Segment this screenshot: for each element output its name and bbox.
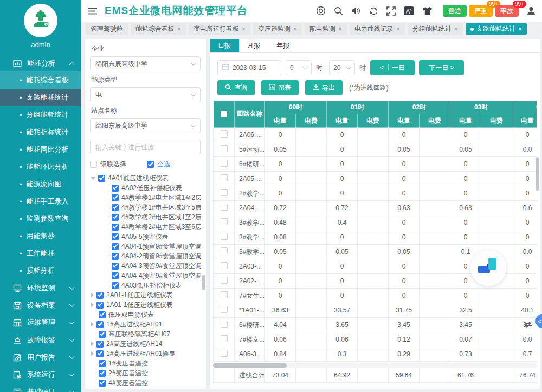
sidebar-item-6[interactable]: •能源流向图 (0, 175, 81, 193)
tree-node-checkbox[interactable] (96, 350, 104, 357)
tab-3[interactable]: 变压器监测× (253, 23, 302, 35)
sidebar-item-11[interactable]: •损耗分析 (0, 262, 81, 279)
tree-node-10[interactable]: 4A04-4预留9#食堂屋顶空调机组仪表 (90, 271, 201, 280)
tree-node-checkbox[interactable] (96, 292, 104, 299)
tab-0[interactable]: 管理驾驶舱 (86, 23, 128, 35)
header-checkbox[interactable] (221, 111, 227, 117)
sidebar-item-3[interactable]: •能耗折标统计 (0, 123, 81, 141)
caret-closed-icon[interactable] (91, 303, 94, 307)
sidebar-section-5[interactable]: 系统运行 (0, 366, 81, 383)
tab-7[interactable]: 支路能耗统计× (466, 23, 527, 35)
tree-node-checkbox[interactable] (112, 272, 119, 279)
tab-4[interactable]: 配电监测× (305, 23, 347, 35)
row-checkbox[interactable] (221, 291, 228, 298)
fullscreen-icon[interactable] (386, 6, 396, 16)
search-icon[interactable] (334, 6, 343, 16)
close-icon[interactable]: × (177, 25, 181, 33)
row-checkbox[interactable] (221, 160, 228, 167)
tree-node-checkbox[interactable] (98, 175, 105, 182)
tab-6[interactable]: 分组能耗统计× (408, 23, 463, 35)
volume-icon[interactable] (351, 6, 361, 15)
export-button[interactable]: 导出 (305, 80, 343, 95)
row-checkbox[interactable] (221, 262, 228, 269)
row-checkbox[interactable] (221, 247, 228, 254)
tree-node-11[interactable]: 4A03低压补偿柜仪表 (90, 280, 201, 290)
row-checkbox[interactable] (221, 350, 228, 357)
tree-node-checkbox[interactable] (99, 311, 106, 318)
hour-to-select[interactable]: 20 (329, 60, 355, 75)
select-all-header-cell[interactable] (214, 101, 235, 128)
report-tab-2[interactable]: 年报 (268, 39, 298, 52)
station-select[interactable]: 绵阳东辰高级中学 (90, 118, 201, 133)
report-tab-1[interactable]: 月报 (239, 39, 268, 52)
tree-node-12[interactable]: 2A01-1低压进线柜仪表 (90, 290, 201, 300)
chart-button[interactable]: 图表 (261, 80, 299, 95)
row-checkbox[interactable] (221, 174, 228, 181)
tree-node-checkbox[interactable] (96, 321, 104, 328)
tree-node-9[interactable]: 4A04-3预留9#食堂屋顶空调机组仪表 (90, 261, 201, 271)
resize-handle-icon[interactable]: ⇄ (525, 320, 531, 329)
caret-closed-icon[interactable] (91, 293, 94, 297)
theme-icon[interactable] (422, 6, 433, 16)
row-checkbox[interactable] (221, 233, 228, 240)
tree-scrollbar[interactable] (202, 275, 205, 290)
horizontal-scrollbar[interactable] (213, 363, 537, 368)
close-icon[interactable]: × (338, 25, 342, 33)
tree-node-3[interactable]: 4#教学楼1#电井区域3至5层动力仪表 (90, 202, 201, 212)
tree-node-5[interactable]: 4#教学楼2#电井区域3至6层动力仪表 (90, 222, 201, 232)
sidebar-item-5[interactable]: •能耗环比分析 (0, 158, 81, 175)
caret-closed-icon[interactable] (91, 351, 94, 356)
row-checkbox[interactable] (221, 145, 228, 152)
sidebar-item-0[interactable]: •能耗综合看板 (0, 71, 81, 89)
row-checkbox[interactable] (221, 189, 228, 196)
date-input[interactable]: 2023-03-15 (217, 60, 281, 75)
close-icon[interactable]: × (293, 25, 297, 33)
sidebar-item-10[interactable]: •工作能耗 (0, 245, 81, 262)
tree-node-19[interactable]: 1#变压器温控 (90, 358, 201, 368)
sidebar-section-2[interactable]: 运维管理 (0, 314, 81, 331)
tab-1[interactable]: 能耗综合看板× (131, 23, 186, 35)
hamburger-icon[interactable] (88, 8, 97, 15)
sidebar-item-7[interactable]: •能耗手工录入 (0, 193, 81, 210)
row-checkbox[interactable] (221, 306, 228, 313)
tree-node-15[interactable]: 1#高压进线柜AH01 (90, 319, 201, 329)
tab-5[interactable]: 电力曲线记录× (350, 23, 405, 35)
row-checkbox[interactable] (221, 130, 228, 138)
close-icon[interactable]: × (518, 25, 522, 33)
keyword-filter-input[interactable] (90, 140, 201, 154)
prev-day-button[interactable]: < 上一日 (370, 60, 415, 75)
tree-node-0[interactable]: 4A01低压进线柜仪表 (90, 173, 201, 183)
alarm-chip-1[interactable]: 严重99+ (469, 5, 493, 17)
energy-type-select[interactable]: 电 (90, 87, 201, 102)
sidebar-section-3[interactable]: 故障报警 (0, 331, 81, 349)
tree-node-13[interactable]: 1A01-1低压进线柜仪表 (90, 300, 201, 310)
sidebar-section-6[interactable]: 基础信息 (0, 383, 81, 392)
tree-node-1[interactable]: 4A02低压补偿柜仪表 (90, 183, 201, 193)
horizontal-scrollbar-thumb[interactable] (213, 363, 287, 368)
tree-node-17[interactable]: 2#高压进线柜AH14 (90, 339, 201, 349)
company-select[interactable]: 绵阳东辰高级中学 (90, 56, 201, 71)
tree-node-checkbox[interactable] (99, 370, 106, 377)
refresh-icon[interactable] (369, 6, 378, 16)
hour-from-select[interactable]: 0 (286, 60, 312, 75)
alarm-chip-0[interactable]: 普通 (443, 5, 467, 17)
user-icon[interactable] (527, 6, 535, 16)
row-checkbox[interactable] (221, 277, 228, 284)
tree-node-checkbox[interactable] (99, 331, 106, 338)
tree-node-4[interactable]: 4#教学楼2#电井区域1至2层动力仪表 (90, 212, 201, 222)
sidebar-item-4[interactable]: •能耗同比分析 (0, 141, 81, 158)
sidebar-section-1[interactable]: 设备档案 (0, 297, 81, 314)
tree-node-checkbox[interactable] (112, 233, 119, 240)
row-checkbox[interactable] (221, 218, 228, 225)
cascade-checkbox[interactable] (90, 161, 97, 168)
sidebar-menu-energy-analysis[interactable]: 能耗分析 (0, 55, 81, 71)
tree-node-checkbox[interactable] (96, 302, 104, 309)
tree-node-checkbox[interactable] (112, 194, 119, 201)
tree-node-checkbox[interactable] (112, 224, 119, 231)
close-icon[interactable]: × (242, 25, 246, 33)
query-button[interactable]: 查询 (217, 80, 255, 95)
sidebar-item-1[interactable]: •支路能耗统计 (0, 89, 81, 106)
tree-node-8[interactable]: 4A04-2预留9#食堂屋顶空调机组仪表 (90, 251, 201, 261)
tree-node-checkbox[interactable] (112, 253, 119, 260)
close-icon[interactable]: × (454, 25, 458, 33)
